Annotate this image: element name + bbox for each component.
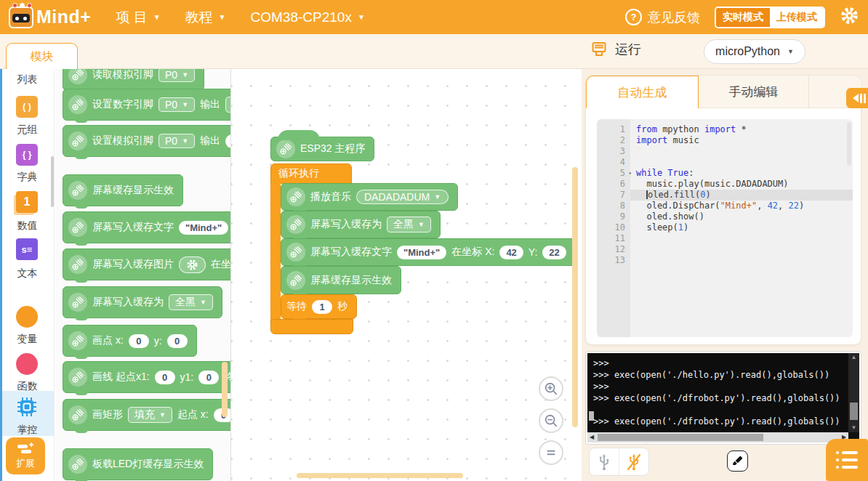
sidebar-item-dict[interactable]: 字典	[0, 171, 55, 184]
number-icon[interactable]: 1	[16, 191, 38, 213]
menu-tutorial[interactable]: 教程▼	[185, 8, 226, 27]
feedback-button[interactable]: ? 意见反馈	[625, 9, 700, 26]
tab-manual-edit[interactable]: 手动编辑	[699, 76, 809, 108]
block-dropdown[interactable]: P0▼	[158, 134, 195, 148]
scroll-down-icon[interactable]: ▼	[848, 424, 859, 432]
usb-connection-toggle	[589, 448, 649, 476]
block-label: 屏幕缓存显示生效	[92, 184, 174, 197]
code-editor[interactable]: 1from mpython import *2import music345▾w…	[597, 119, 853, 337]
menu-project[interactable]: 项 目▼	[116, 8, 160, 27]
block-draw-line[interactable]: 画线 起点x1:0y1:0终点x2:	[63, 361, 231, 393]
block-dropdown[interactable]: 全黑▼	[169, 294, 213, 310]
scroll-up-icon[interactable]: ▲	[848, 353, 859, 362]
block-value-input[interactable]: 42	[499, 246, 523, 259]
block-led-show[interactable]: 板载LED灯缓存显示生效	[63, 448, 213, 480]
tab-auto-generate[interactable]: 自动生成	[586, 76, 699, 108]
sidebar-item-tuple[interactable]: 元组	[0, 124, 55, 137]
mindplus-window: Mind+ 项 目▼ 教程▼ COM38-CP210x▼ ? 意见反馈 实时模式…	[0, 0, 868, 481]
block-value-input[interactable]: 1	[312, 300, 332, 314]
upload-mode-button[interactable]: 上传模式	[770, 8, 824, 27]
block-dropdown[interactable]: P0▼	[158, 69, 195, 82]
editor-scrollbar[interactable]	[847, 122, 851, 166]
board-chip-icon[interactable]	[16, 396, 38, 418]
top-bar: Mind+ 项 目▼ 教程▼ COM38-CP210x▼ ? 意见反馈 实时模式…	[0, 0, 868, 34]
sidebar-item-number[interactable]: 数值	[0, 219, 55, 233]
block-dropdown[interactable]: DADADADUM▼	[356, 190, 449, 204]
code-line: 13	[597, 255, 853, 266]
block-screen-show[interactable]: 屏幕缓存显示生效	[63, 174, 183, 206]
block-set-analog-pin[interactable]: 设置模拟引脚P0▼输出6	[63, 125, 231, 157]
dict-icon[interactable]: { }	[16, 144, 38, 166]
tuple-icon[interactable]: ( )	[16, 96, 38, 118]
block-esp32-main[interactable]: ESP32 主程序	[270, 137, 374, 161]
block-value-input[interactable]: 0	[167, 334, 188, 348]
block-screen-fill[interactable]: 屏幕写入缓存为全黑▼	[63, 286, 222, 318]
block-play-music[interactable]: 播放音乐DADADADUM▼	[281, 183, 458, 211]
zoom-out-button[interactable]	[539, 408, 563, 433]
block-read-analog-pin[interactable]: 读取模拟引脚P0▼	[63, 69, 204, 91]
block-value-input[interactable]: 0	[129, 334, 149, 348]
menu-serial-port[interactable]: COM38-CP210x▼	[251, 8, 365, 27]
terminal-vertical-scrollbar[interactable]: ▲ ▼	[848, 353, 859, 432]
collapse-panel-button[interactable]	[846, 88, 868, 108]
block-dropdown[interactable]: P0▼	[158, 97, 195, 112]
block-screen-fill[interactable]: 屏幕写入缓存为全黑▼	[281, 211, 441, 238]
block-screen-write-text[interactable]: 屏幕写入缓存文字"Mind+"	[63, 211, 231, 243]
code-line: 6 music.play(music.DADADADUM)	[597, 179, 853, 190]
extension-button[interactable]: 扩展	[6, 437, 45, 474]
settings-gear-icon[interactable]	[840, 6, 859, 28]
block-image-gear[interactable]	[179, 256, 206, 273]
sidebar-scrollbar[interactable]	[51, 156, 54, 207]
block-screen-write-text[interactable]: 屏幕写入缓存文字"Mind+"在坐标 X:42Y:22	[281, 238, 576, 266]
block-dropdown[interactable]: 填充▼	[128, 407, 172, 423]
palette-scrollbar[interactable]	[222, 362, 228, 417]
block-screen-show[interactable]: 屏幕缓存显示生效	[281, 266, 401, 294]
block-dropdown[interactable]: 全黑▼	[387, 217, 431, 233]
text-icon[interactable]: s≡	[16, 238, 38, 260]
code-line: 3	[597, 146, 853, 157]
block-value-input[interactable]: "Mind+"	[397, 246, 446, 259]
variable-icon[interactable]	[16, 306, 38, 328]
block-screen-write-image[interactable]: 屏幕写入缓存图片在坐标	[63, 248, 231, 280]
zoom-reset-button[interactable]	[539, 440, 563, 465]
block-label: ESP32 主程序	[300, 142, 365, 155]
clear-terminal-button[interactable]	[727, 450, 748, 472]
terminal-output[interactable]: >>> >>> exec(open('./hello.py').read(),g…	[587, 353, 848, 432]
run-button[interactable]: 运行	[590, 41, 641, 58]
sidebar-item-list[interactable]: 列表	[0, 73, 55, 86]
block-value-input[interactable]: "Mind+"	[179, 221, 228, 235]
sidebar-item-variable[interactable]: 变量	[0, 333, 55, 346]
function-icon[interactable]	[16, 353, 38, 375]
tab-modules[interactable]: 模块	[6, 43, 78, 70]
chevron-down-icon: ▼	[219, 14, 226, 21]
block-wait-seconds[interactable]: 等待1秒	[281, 294, 357, 319]
block-loop-forever[interactable]: 循环执行	[270, 163, 352, 184]
realtime-mode-button[interactable]: 实时模式	[716, 8, 770, 27]
usb-disconnect-button[interactable]	[619, 448, 648, 475]
block-dropdown[interactable]: 低▼	[225, 97, 231, 113]
usb-connect-button[interactable]	[590, 448, 619, 475]
block-draw-rect[interactable]: 画矩形填充▼起点 x:0	[63, 399, 231, 431]
zoom-in-button[interactable]	[539, 376, 563, 401]
terminal-horizontal-scrollbar[interactable]: ◀ ▶	[587, 432, 848, 442]
sidebar-item-text[interactable]: 文本	[0, 267, 55, 280]
language-select[interactable]: microPython▼	[704, 39, 805, 64]
touch-hand-icon	[68, 95, 87, 114]
canvas-vertical-scrollbar[interactable]	[572, 167, 578, 427]
workspace-canvas[interactable]: ESP32 主程序 循环执行 播放音乐DADADADUM▼屏幕写入缓存为全黑▼屏…	[231, 69, 582, 481]
app-logo[interactable]: Mind+	[9, 7, 91, 28]
block-value-input[interactable]: 0	[155, 371, 175, 384]
touch-hand-icon	[286, 243, 305, 262]
canvas-horizontal-scrollbar[interactable]	[297, 473, 463, 478]
block-value-input[interactable]: 6	[225, 134, 231, 148]
scroll-left-icon[interactable]: ◀	[587, 432, 596, 442]
sidebar-item-board[interactable]: 掌控	[0, 424, 55, 437]
terminal-menu-button[interactable]	[826, 439, 868, 481]
block-draw-point[interactable]: 画点 x:0y:0	[63, 325, 197, 357]
block-label: y1:	[180, 371, 194, 383]
block-label: 输出	[200, 98, 220, 111]
block-value-input[interactable]: 22	[542, 246, 566, 259]
block-set-digital-pin[interactable]: 设置数字引脚P0▼输出低▼	[63, 89, 231, 121]
code-line: 8 oled.DispChar("Mind+", 42, 22)	[597, 201, 853, 211]
block-value-input[interactable]: 0	[198, 371, 219, 384]
